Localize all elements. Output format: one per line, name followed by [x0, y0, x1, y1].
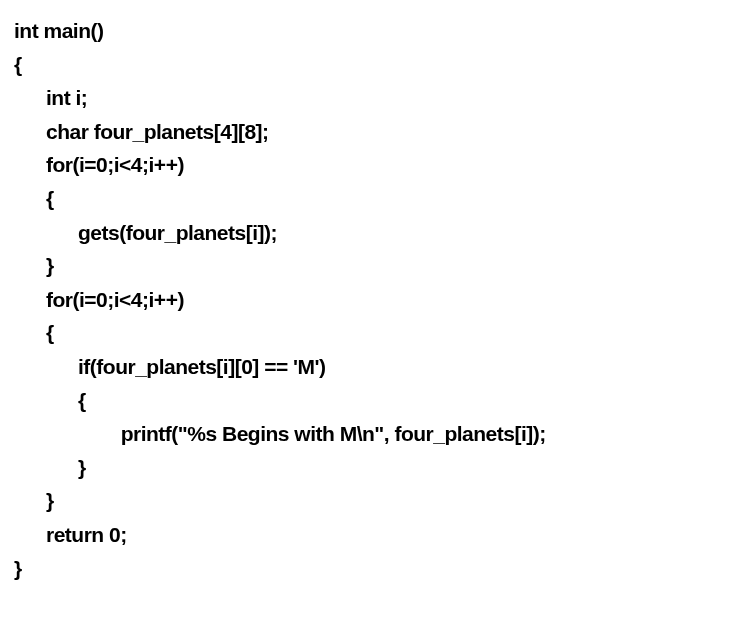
code-line: { — [14, 316, 742, 350]
code-line: char four_planets[4][8]; — [14, 115, 742, 149]
code-block: int main(){ int i; char four_planets[4][… — [14, 14, 742, 585]
code-line: for(i=0;i<4;i++) — [14, 148, 742, 182]
code-line: } — [14, 484, 742, 518]
code-line: for(i=0;i<4;i++) — [14, 283, 742, 317]
code-line: { — [14, 182, 742, 216]
code-line: } — [14, 249, 742, 283]
code-line: { — [14, 48, 742, 82]
code-line: int main() — [14, 14, 742, 48]
code-line: gets(four_planets[i]); — [14, 216, 742, 250]
code-line: } — [14, 451, 742, 485]
code-line: return 0; — [14, 518, 742, 552]
code-line: if(four_planets[i][0] == 'M') — [14, 350, 742, 384]
code-line: { — [14, 384, 742, 418]
code-line: printf("%s Begins with M\n", four_planet… — [14, 417, 742, 451]
code-line: } — [14, 552, 742, 586]
code-line: int i; — [14, 81, 742, 115]
